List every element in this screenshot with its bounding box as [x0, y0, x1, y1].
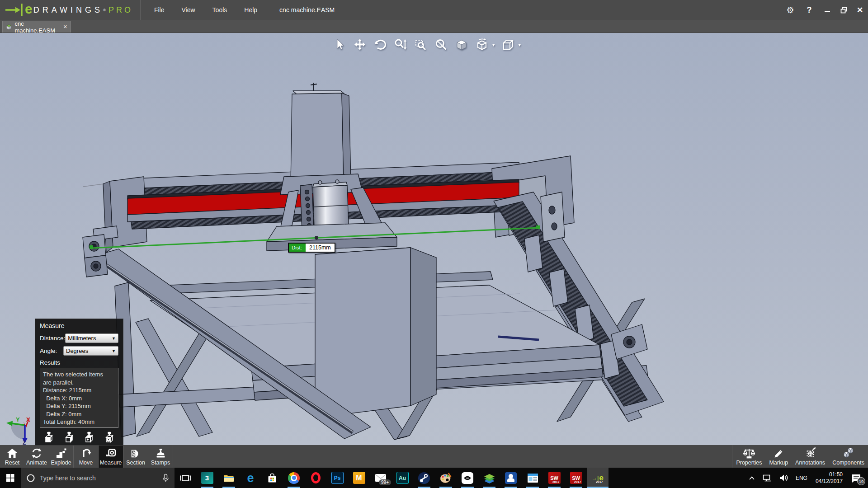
system-window-icon[interactable]: [522, 468, 543, 488]
animate-button[interactable]: Animate: [24, 445, 49, 468]
move-icon: [80, 447, 92, 459]
clock-time: 01:50: [816, 471, 843, 478]
search-placeholder: Type here to search: [40, 474, 158, 482]
components-cubes-icon: [842, 447, 855, 459]
document-tab[interactable]: cnc machine.EASM ✕: [2, 21, 71, 33]
explode-button[interactable]: Explode: [49, 445, 73, 468]
standard-views-icon[interactable]: [501, 38, 515, 52]
orientation-triad: Y X Z: [4, 416, 42, 445]
measure-face-icon[interactable]: [84, 432, 94, 443]
bluestacks-icon[interactable]: [478, 468, 500, 488]
stamps-button[interactable]: Stamps: [148, 445, 173, 468]
brand-reg: ®: [103, 8, 106, 12]
measure-icon: [105, 447, 117, 459]
chrome-icon[interactable]: [283, 468, 305, 488]
section-button[interactable]: Section: [123, 445, 148, 468]
triad-z-label: Z: [23, 440, 26, 445]
mail-m-icon[interactable]: M: [348, 468, 370, 488]
document-title: cnc machine.EASM: [271, 0, 781, 20]
edrawings-2017-icon[interactable]: →| e 2017: [587, 468, 609, 488]
section-icon: [130, 447, 142, 459]
language-indicator[interactable]: ENG: [792, 468, 811, 488]
measure-panel: Measure Distance: Millimeters▼ Angle: De…: [35, 319, 123, 446]
view-orientation-caret[interactable]: ▾: [492, 42, 495, 48]
explode-icon: [55, 447, 67, 459]
move-button[interactable]: Move: [74, 445, 98, 468]
audition-icon[interactable]: Au: [392, 468, 413, 488]
blue-app-icon[interactable]: [500, 468, 522, 488]
microphone-icon[interactable]: [162, 474, 169, 483]
standard-views-caret[interactable]: ▾: [519, 42, 521, 48]
properties-button[interactable]: Properties: [732, 445, 765, 468]
close-button[interactable]: ✕: [852, 3, 868, 17]
annotations-button[interactable]: Annotations: [792, 445, 829, 468]
angle-units-label: Angle:: [40, 347, 57, 354]
distance-callout-value: 2115mm: [306, 244, 335, 252]
network-icon[interactable]: [759, 468, 775, 488]
menu-help[interactable]: Help: [244, 6, 257, 14]
tab-close-icon[interactable]: ✕: [63, 24, 67, 30]
select-icon[interactable]: [332, 38, 347, 52]
measure-button[interactable]: Measure: [99, 445, 123, 468]
microsoft-store-icon[interactable]: [261, 468, 283, 488]
home-icon: [6, 447, 18, 459]
steam-icon[interactable]: [413, 468, 435, 488]
volume-icon[interactable]: [775, 468, 792, 488]
distance-callout: Dist: 2115mm: [288, 243, 335, 253]
distance-units-label: Distance:: [40, 335, 65, 342]
measure-point-icon[interactable]: [43, 432, 54, 443]
paint-palette-icon[interactable]: [435, 468, 457, 488]
rotate-icon[interactable]: [373, 38, 387, 52]
shaded-view-icon[interactable]: [454, 38, 469, 52]
clock[interactable]: 01:50 04/12/2017: [811, 471, 847, 485]
markup-button[interactable]: Markup: [765, 445, 792, 468]
distance-units-dropdown[interactable]: Millimeters▼: [65, 333, 118, 343]
reset-button[interactable]: Reset: [0, 445, 24, 468]
results-label: Results: [40, 359, 118, 366]
solidworks-2017-icon[interactable]: SW 2017: [565, 468, 587, 488]
zoom-in-out-icon[interactable]: [393, 38, 408, 52]
distance-callout-label: Dist:: [289, 244, 306, 252]
search-input[interactable]: Type here to search: [21, 468, 175, 488]
measure-circle-icon[interactable]: [104, 432, 115, 443]
minimize-button[interactable]: [819, 3, 835, 17]
edge-icon[interactable]: e: [240, 468, 261, 488]
triad-y-label: Y: [16, 416, 20, 423]
menu-file[interactable]: File: [154, 6, 165, 14]
restore-button[interactable]: [835, 3, 852, 17]
notification-badge: 19: [857, 477, 865, 485]
cnc-machine-model: [0, 33, 868, 445]
clock-date: 04/12/2017: [816, 478, 843, 485]
3ds-max-icon[interactable]: 3: [196, 468, 218, 488]
bottom-toolbar: Reset Animate Explode Move: [0, 445, 868, 468]
view-toolbar: ▾ ▾: [332, 38, 521, 52]
windows-logo-icon: [6, 474, 14, 482]
solidworks-2017-icon[interactable]: SW 2017: [543, 468, 565, 488]
help-icon[interactable]: ?: [800, 0, 819, 20]
3d-viewport[interactable]: ▾ ▾ Dist: 2115mm Measure Distance: Milli…: [0, 33, 868, 445]
oculus-icon[interactable]: [457, 468, 478, 488]
pan-icon[interactable]: [353, 38, 367, 52]
triad-x-label: X: [26, 416, 30, 423]
menu-tools[interactable]: Tools: [212, 6, 227, 14]
start-button[interactable]: [0, 468, 21, 488]
outlook-mail-icon[interactable]: 99+: [370, 468, 392, 488]
titlebar: e DRAWINGS ® PRO File View Tools Help cn…: [0, 0, 868, 20]
view-orientation-icon[interactable]: [475, 38, 489, 52]
settings-gear-icon[interactable]: ⚙: [781, 0, 800, 20]
task-view-icon[interactable]: [175, 468, 196, 488]
menu-view[interactable]: View: [182, 6, 195, 14]
opera-icon[interactable]: [305, 468, 326, 488]
photoshop-icon[interactable]: Ps: [326, 468, 348, 488]
zoom-area-icon[interactable]: [414, 38, 428, 52]
angle-units-dropdown[interactable]: Degrees▼: [63, 346, 118, 356]
system-tray: ENG 01:50 04/12/2017 19: [745, 468, 868, 488]
chevron-down-icon: ▼: [112, 336, 116, 341]
zoom-fit-icon[interactable]: [434, 38, 448, 52]
assembly-cube-icon: [6, 24, 12, 30]
measure-edge-icon[interactable]: [64, 432, 75, 443]
components-button[interactable]: Components: [829, 445, 868, 468]
action-center-icon[interactable]: 19: [847, 468, 868, 488]
tray-chevron-icon[interactable]: [745, 468, 759, 488]
file-explorer-icon[interactable]: [218, 468, 240, 488]
